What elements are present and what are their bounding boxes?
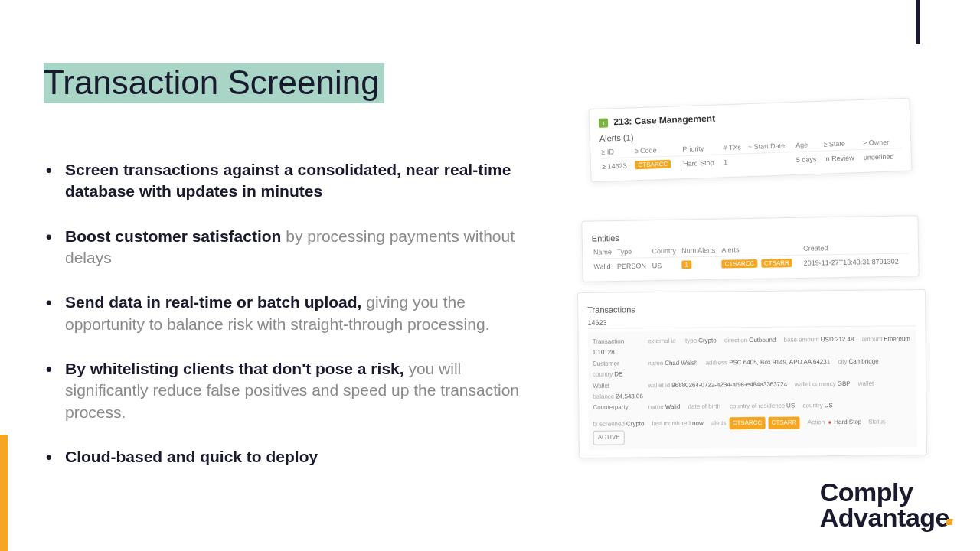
code-badge: CTSARCC	[635, 160, 671, 170]
chevron-left-icon: ‹	[599, 118, 608, 127]
slide-title: Transaction Screening	[44, 63, 384, 103]
num-badge: 1	[681, 260, 691, 269]
alert-badge: CTSARR	[761, 259, 792, 268]
left-accent-bar	[0, 435, 8, 551]
screenshot-mockup: ‹ 213: Case Management Alerts (1) ≥ ID ≥…	[574, 96, 942, 417]
logo-line2: Advantage	[820, 505, 949, 530]
mock-card-transactions: Transactions 14623 Transaction external …	[577, 289, 927, 458]
bullet-item: Screen transactions against a consolidat…	[46, 159, 521, 203]
mock-card-case: ‹ 213: Case Management Alerts (1) ≥ ID ≥…	[588, 98, 912, 183]
transaction-details: Transaction external id typeCrypto direc…	[588, 329, 917, 449]
top-accent-bar	[916, 0, 920, 44]
col-owner: ≥ Owner	[861, 135, 901, 149]
alert-badge: CTSARCC	[722, 259, 758, 269]
alert-badge: CTSARCC	[730, 417, 766, 430]
tx-id: 14623	[587, 315, 916, 329]
comply-advantage-logo: Comply Advantage	[820, 480, 949, 530]
bullet-item: Cloud-based and quick to deploy	[46, 446, 521, 468]
bullet-item: By whitelisting clients that don't pose …	[46, 358, 521, 423]
alert-badge: CTSARR	[769, 416, 800, 429]
bullet-bold: Boost customer satisfaction	[65, 227, 281, 245]
col-txs: # TXs	[721, 141, 746, 155]
bullet-list: Screen transactions against a consolidat…	[46, 159, 521, 491]
entities-table: Name Type Country Num Alerts Alerts Crea…	[592, 240, 910, 273]
bullet-item: Send data in real-time or batch upload, …	[46, 292, 521, 335]
bullet-item: Boost customer satisfaction by processin…	[46, 226, 521, 269]
bullet-bold: By whitelisting clients that don't pose …	[65, 360, 404, 377]
transactions-header: Transactions	[587, 302, 916, 315]
bullet-bold: Screen transactions against a consolidat…	[65, 161, 511, 200]
mock-card-entities: Entities Name Type Country Num Alerts Al…	[581, 215, 919, 282]
col-age: Age	[794, 139, 822, 152]
hard-stop-indicator: Hard Stop	[828, 416, 861, 428]
bullet-bold: Cloud-based and quick to deploy	[65, 448, 318, 465]
col-priority: Priority	[681, 142, 722, 155]
logo-line1: Comply	[820, 480, 949, 504]
status-chip: ACTIVE	[593, 431, 625, 445]
bullet-bold: Send data in real-time or batch upload,	[65, 293, 361, 311]
col-state: ≥ State	[822, 137, 861, 151]
col-id: ≥ ID	[599, 145, 633, 158]
